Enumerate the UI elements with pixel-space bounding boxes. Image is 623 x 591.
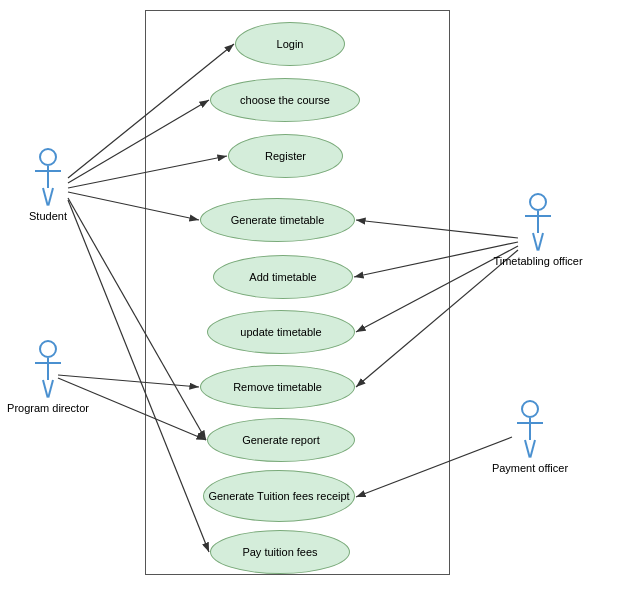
actor-torso: [529, 418, 531, 440]
usecase-register: Register: [228, 134, 343, 178]
actor-student-label: Student: [29, 210, 67, 222]
actor-legs: [524, 440, 536, 458]
usecase-pay-tuition: Pay tuition fees: [210, 530, 350, 574]
actor-head: [529, 193, 547, 211]
actor-leg-right: [537, 233, 544, 251]
actor-head: [521, 400, 539, 418]
actor-timetabling-label: Timetabling officer: [493, 255, 582, 267]
actor-arms: [525, 215, 551, 217]
actor-leg-right: [47, 380, 54, 398]
actor-program-director: Program director: [8, 340, 88, 414]
usecase-generate-tuition: Generate Tuition fees receipt: [203, 470, 355, 522]
usecase-generate-report: Generate report: [207, 418, 355, 462]
diagram-container: Student Program director: [0, 0, 623, 591]
usecase-generate-timetable: Generate timetable: [200, 198, 355, 242]
actor-torso: [47, 166, 49, 188]
actor-head: [39, 340, 57, 358]
actor-body: [532, 211, 544, 251]
actor-body: [42, 358, 54, 398]
actor-head: [39, 148, 57, 166]
actor-torso: [47, 358, 49, 380]
usecase-remove-timetable: Remove timetable: [200, 365, 355, 409]
actor-timetabling-officer: Timetabling officer: [498, 193, 578, 267]
actor-figure-timetabling: [529, 193, 547, 251]
usecase-login: Login: [235, 22, 345, 66]
usecase-choose-course: choose the course: [210, 78, 360, 122]
actor-payment-label: Payment officer: [492, 462, 568, 474]
actor-legs: [532, 233, 544, 251]
actor-leg-right: [529, 440, 536, 458]
actor-arms: [35, 362, 61, 364]
usecase-add-timetable: Add timetable: [213, 255, 353, 299]
actor-payment-officer: Payment officer: [490, 400, 570, 474]
actor-torso: [537, 211, 539, 233]
actor-legs: [42, 380, 54, 398]
actor-student: Student: [18, 148, 78, 222]
actor-figure-payment: [521, 400, 539, 458]
actor-figure-student: [39, 148, 57, 206]
actor-legs: [42, 188, 54, 206]
usecase-update-timetable: update timetable: [207, 310, 355, 354]
actor-figure-program-director: [39, 340, 57, 398]
actor-leg-right: [47, 188, 54, 206]
actor-body: [524, 418, 536, 458]
actor-program-director-label: Program director: [7, 402, 89, 414]
actor-arms: [517, 422, 543, 424]
actor-arms: [35, 170, 61, 172]
actor-body: [42, 166, 54, 206]
